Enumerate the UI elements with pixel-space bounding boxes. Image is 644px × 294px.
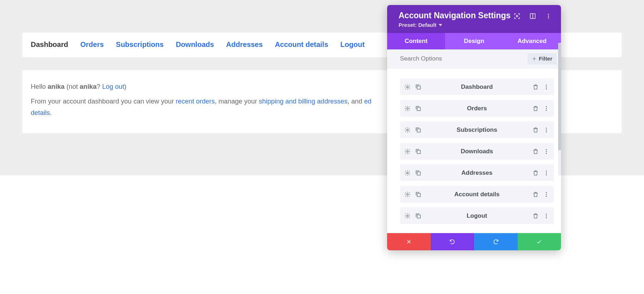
kebab-menu-icon[interactable] bbox=[545, 13, 552, 19]
kebab-menu-icon[interactable] bbox=[543, 170, 550, 176]
panel-item-logout[interactable]: Logout bbox=[400, 207, 554, 224]
tab-content[interactable]: Content bbox=[387, 33, 445, 49]
nav-tab-downloads[interactable]: Downloads bbox=[176, 40, 214, 49]
addresses-link[interactable]: shipping and billing addresses bbox=[259, 97, 348, 105]
trash-icon[interactable] bbox=[532, 148, 539, 155]
nav-tab-account-details[interactable]: Account details bbox=[275, 40, 328, 49]
focus-mode-icon[interactable] bbox=[514, 13, 520, 19]
duplicate-icon[interactable] bbox=[415, 127, 421, 133]
panel-items-list: Dashboard Orders Subscriptions bbox=[387, 68, 561, 233]
svg-rect-19 bbox=[417, 129, 420, 132]
filter-button[interactable]: Filter bbox=[527, 53, 557, 64]
logout-link[interactable]: Log out bbox=[102, 83, 125, 90]
kebab-menu-icon[interactable] bbox=[543, 84, 550, 90]
panel-action-bar bbox=[387, 233, 561, 250]
panel-item-dashboard[interactable]: Dashboard bbox=[400, 78, 554, 95]
panel-item-orders[interactable]: Orders bbox=[400, 100, 554, 117]
trash-icon[interactable] bbox=[532, 84, 539, 90]
nav-tab-orders[interactable]: Orders bbox=[80, 40, 104, 49]
duplicate-icon[interactable] bbox=[415, 191, 421, 198]
svg-point-4 bbox=[548, 16, 549, 17]
svg-point-15 bbox=[546, 106, 547, 107]
svg-point-37 bbox=[546, 196, 547, 197]
greeting-hello: Hello bbox=[31, 83, 48, 90]
gear-icon[interactable] bbox=[404, 105, 411, 112]
nav-tab-logout[interactable]: Logout bbox=[340, 40, 365, 49]
panel-item-label: Orders bbox=[421, 105, 532, 112]
greeting-q: ? bbox=[97, 83, 102, 90]
svg-rect-14 bbox=[417, 107, 420, 111]
gear-icon[interactable] bbox=[404, 127, 411, 133]
duplicate-icon[interactable] bbox=[415, 213, 421, 219]
panel-tabs: Content Design Advanced bbox=[387, 33, 561, 49]
scroll-thumb[interactable] bbox=[558, 43, 561, 150]
svg-point-31 bbox=[546, 172, 547, 173]
duplicate-icon[interactable] bbox=[415, 84, 421, 90]
panel-item-label: Logout bbox=[421, 212, 532, 220]
svg-rect-39 bbox=[417, 215, 420, 218]
panel-layout-icon[interactable] bbox=[530, 13, 536, 19]
svg-point-22 bbox=[546, 131, 547, 132]
trash-icon[interactable] bbox=[532, 127, 539, 133]
svg-point-16 bbox=[546, 108, 547, 109]
edit-link-partial[interactable]: ed bbox=[364, 97, 372, 105]
duplicate-icon[interactable] bbox=[415, 148, 421, 155]
kebab-menu-icon[interactable] bbox=[543, 191, 550, 198]
greeting-username-2: anika bbox=[80, 83, 97, 90]
panel-item-label: Account details bbox=[421, 191, 532, 198]
trash-icon[interactable] bbox=[532, 170, 539, 176]
svg-rect-29 bbox=[417, 172, 420, 175]
svg-point-35 bbox=[546, 192, 547, 193]
nav-tab-dashboard[interactable]: Dashboard bbox=[31, 40, 68, 49]
search-options-input[interactable] bbox=[400, 55, 527, 62]
panel-item-account-details[interactable]: Account details bbox=[400, 186, 554, 203]
gear-icon[interactable] bbox=[404, 148, 411, 155]
svg-point-32 bbox=[546, 174, 547, 175]
kebab-menu-icon[interactable] bbox=[543, 148, 550, 155]
undo-button[interactable] bbox=[431, 233, 474, 250]
panel-item-downloads[interactable]: Downloads bbox=[400, 143, 554, 160]
svg-point-10 bbox=[546, 85, 547, 86]
info-period: . bbox=[50, 109, 52, 116]
panel-preset[interactable]: Preset: Default bbox=[399, 22, 511, 28]
gear-icon[interactable] bbox=[404, 213, 411, 219]
tab-advanced[interactable]: Advanced bbox=[503, 33, 561, 49]
panel-preset-label: Preset: Default bbox=[399, 22, 436, 28]
svg-rect-24 bbox=[417, 150, 420, 154]
svg-point-28 bbox=[407, 172, 409, 174]
kebab-menu-icon[interactable] bbox=[543, 127, 550, 133]
panel-item-subscriptions[interactable]: Subscriptions bbox=[400, 121, 554, 138]
gear-icon[interactable] bbox=[404, 84, 411, 90]
svg-point-36 bbox=[546, 194, 547, 195]
details-link-partial[interactable]: details bbox=[31, 109, 50, 116]
svg-point-38 bbox=[407, 215, 409, 217]
svg-point-12 bbox=[546, 88, 547, 89]
trash-icon[interactable] bbox=[532, 191, 539, 198]
panel-search-row: Filter bbox=[387, 49, 561, 68]
gear-icon[interactable] bbox=[404, 170, 411, 176]
panel-header[interactable]: Account Navigation Settings Preset: Defa… bbox=[387, 5, 561, 33]
duplicate-icon[interactable] bbox=[415, 105, 421, 112]
svg-point-40 bbox=[546, 213, 547, 215]
gear-icon[interactable] bbox=[404, 191, 411, 198]
svg-point-30 bbox=[546, 170, 547, 172]
trash-icon[interactable] bbox=[532, 105, 539, 112]
cancel-button[interactable] bbox=[387, 233, 431, 250]
info-text-2: , manage your bbox=[215, 97, 259, 105]
recent-orders-link[interactable]: recent orders bbox=[176, 97, 215, 105]
duplicate-icon[interactable] bbox=[415, 170, 421, 176]
redo-button[interactable] bbox=[474, 233, 518, 250]
nav-tab-addresses[interactable]: Addresses bbox=[226, 40, 263, 49]
save-button[interactable] bbox=[518, 233, 561, 250]
info-text-3: , and bbox=[347, 97, 364, 105]
panel-item-label: Dashboard bbox=[421, 83, 532, 91]
svg-point-13 bbox=[407, 107, 409, 109]
panel-item-addresses[interactable]: Addresses bbox=[400, 164, 554, 181]
svg-point-27 bbox=[546, 153, 547, 154]
kebab-menu-icon[interactable] bbox=[543, 105, 550, 112]
nav-tab-subscriptions[interactable]: Subscriptions bbox=[116, 40, 164, 49]
caret-down-icon bbox=[439, 24, 442, 26]
tab-design[interactable]: Design bbox=[445, 33, 503, 49]
kebab-menu-icon[interactable] bbox=[543, 213, 550, 219]
trash-icon[interactable] bbox=[532, 213, 539, 219]
